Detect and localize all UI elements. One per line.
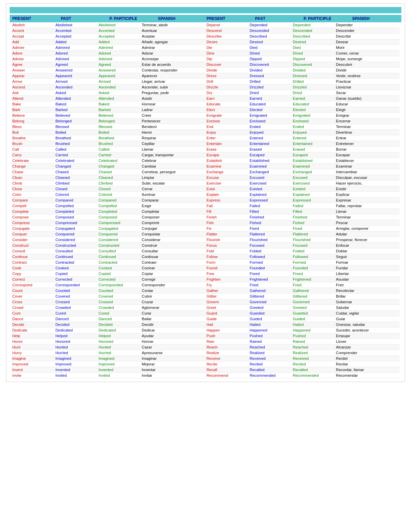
- table-row: BelongBelongedBelongedPertenecerEncloseE…: [11, 118, 400, 124]
- table-cell: Helped: [55, 333, 98, 338]
- table-cell: Die: [206, 45, 249, 50]
- table-cell: Composed: [55, 215, 98, 219]
- table-cell: Preguntar, pedir: [141, 90, 206, 95]
- table-cell: Bendecir: [141, 124, 206, 129]
- table-cell: Invited: [55, 373, 98, 378]
- table-cell: Describir: [335, 34, 400, 39]
- table-cell: Examinar: [335, 164, 400, 169]
- table-cell: Folded: [249, 249, 292, 253]
- table-cell: Examine: [206, 164, 249, 169]
- table-cell: Depended: [249, 23, 292, 27]
- table-cell: Entertained: [249, 141, 292, 146]
- table-cell: Fried: [292, 283, 335, 287]
- table-cell: Appeared: [98, 73, 141, 78]
- table-cell: Estar de acuerdo: [141, 62, 206, 67]
- table-cell: Existir: [335, 187, 400, 191]
- table-cell: Iluminar: [141, 192, 206, 197]
- table-cell: Complete: [11, 209, 55, 214]
- table-cell: Dressed: [249, 73, 292, 78]
- table-cell: Explain: [206, 192, 249, 197]
- table-cell: Climb: [11, 181, 55, 186]
- table-cell: Greeted: [249, 305, 292, 310]
- table-cell: Apresurarse: [141, 350, 206, 355]
- table-row: HurryHurriedHurriedApresurarseRealizeRea…: [11, 350, 400, 356]
- table-cell: Cubrir: [141, 294, 206, 299]
- table-cell: Breathe: [11, 136, 55, 140]
- table-cell: Drilled: [249, 79, 292, 84]
- table-cell: Honrar: [141, 339, 206, 344]
- table-cell: Desired: [249, 40, 292, 44]
- table-cell: Excused: [292, 175, 335, 180]
- table-cell: Dry: [206, 90, 249, 95]
- table-cell: Belonged: [55, 119, 98, 123]
- table-cell: Recolectar: [335, 288, 400, 293]
- table-cell: Cazar: [141, 345, 206, 349]
- table-cell: Baked: [98, 102, 141, 106]
- table-row: DecideDecidedDecidedDecidirHailHailedHai…: [11, 322, 400, 328]
- table-row: HelpHelpedHelpedAyudarPushPushedPushedEm…: [11, 333, 400, 339]
- table-cell: Fold: [206, 249, 249, 253]
- table-cell: Happened: [249, 328, 292, 332]
- table-cell: Conjugar: [141, 226, 206, 231]
- table-cell: Focused: [292, 243, 335, 248]
- table-cell: Died: [292, 45, 335, 50]
- table-cell: Cuidar, vigilar: [335, 311, 400, 316]
- table-cell: Believed: [55, 113, 98, 118]
- table-cell: Gather: [206, 288, 249, 293]
- table-cell: Freed: [249, 271, 292, 276]
- table-cell: Abolish: [11, 23, 55, 27]
- table-cell: Flourished: [249, 237, 292, 242]
- table-cell: Divertirse: [335, 130, 400, 135]
- table-cell: Educar: [335, 102, 400, 106]
- table-cell: Glitter: [206, 294, 249, 299]
- table-cell: Compressed: [55, 220, 98, 225]
- table-cell: Boil: [11, 130, 55, 135]
- table-cell: Died: [249, 45, 292, 50]
- table-cell: Saludar: [335, 305, 400, 310]
- table-cell: Answered: [98, 68, 141, 72]
- col-header-0: PRESENT: [11, 16, 60, 22]
- table-cell: Adore: [11, 51, 55, 56]
- table-cell: Copy: [11, 271, 55, 276]
- table-row: ComposeComposedComposedComponerFinishFin…: [11, 214, 400, 220]
- table-cell: Improved: [55, 362, 98, 366]
- table-cell: Chased: [98, 170, 141, 174]
- table-cell: Escape: [206, 153, 249, 157]
- table-row: DedicateDedicatedDedicatedDedicarHappenH…: [11, 328, 400, 333]
- table-cell: Continued: [98, 254, 141, 259]
- table-cell: Descubrir: [335, 62, 400, 67]
- table-cell: Carried: [55, 153, 98, 157]
- table-cell: Descended: [292, 28, 335, 33]
- table-cell: Ascender, subir: [141, 85, 206, 89]
- table-cell: Existed: [292, 187, 335, 191]
- table-cell: Recall: [206, 367, 249, 372]
- table-cell: Help: [11, 333, 55, 338]
- table-cell: Correspond: [11, 283, 55, 287]
- table-cell: Examined: [249, 164, 292, 169]
- table-row: CoverCoveredCoveredCubrirGlitterGlittere…: [11, 294, 400, 299]
- table-cell: Filled: [292, 209, 335, 214]
- table-cell: Guide: [206, 317, 249, 321]
- col-header-1: PAST: [60, 16, 108, 22]
- table-cell: Emigrate: [206, 113, 249, 118]
- table-row: ConjugateConjugatedConjugatedConjugarFix…: [11, 226, 400, 231]
- table-cell: Cover: [11, 294, 55, 299]
- table-cell: Clean: [11, 175, 55, 180]
- table-cell: Intercambiar: [335, 170, 400, 174]
- table-cell: Libertar: [335, 271, 400, 276]
- table-cell: Erased: [292, 147, 335, 152]
- table-cell: Compared: [55, 198, 98, 202]
- table-cell: Dried: [292, 90, 335, 95]
- table-cell: Ayudar: [141, 333, 206, 338]
- table-cell: Breathed: [98, 136, 141, 140]
- table-cell: Comprimir: [141, 220, 206, 225]
- table-cell: Ascended: [98, 85, 141, 89]
- table-cell: Invited: [98, 373, 141, 378]
- table-row: HuntHuntedHuntedCazarReachReachedReached…: [11, 344, 400, 350]
- table-cell: Dried: [249, 90, 292, 95]
- table-cell: Filled: [249, 209, 292, 214]
- col-header-7: SPANISH: [351, 16, 400, 22]
- table-row: ChangeChangedChangedCambiarExamineExamin…: [11, 164, 400, 169]
- table-row: BrushBrushedBrushedCepillarEntertainEnte…: [11, 141, 400, 147]
- table-cell: Established: [292, 158, 335, 163]
